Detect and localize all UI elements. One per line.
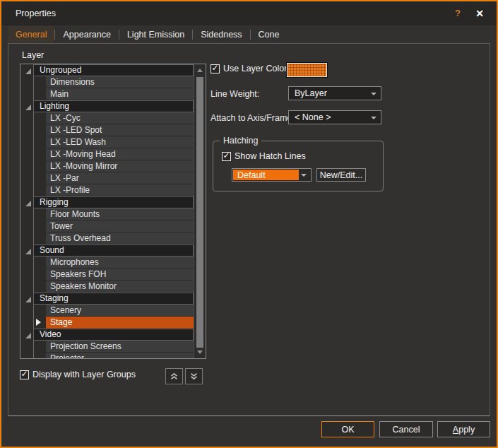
- layer-row-lx-led-spot[interactable]: LX -LED Spot: [46, 124, 194, 136]
- layer-row-scenery[interactable]: Scenery: [46, 305, 194, 317]
- layer-row-label: Speakers FOH: [50, 269, 106, 279]
- scrollbar-thumb[interactable]: [196, 77, 203, 348]
- layer-row-lx-led-wash[interactable]: LX -LED Wash: [46, 136, 194, 148]
- checkmark-icon: ✓: [20, 370, 28, 378]
- new-edit-button[interactable]: New/Edit...: [316, 168, 366, 182]
- show-hatch-lines-row: ✓ Show Hatch Lines: [222, 151, 306, 161]
- layer-row-rigging[interactable]: Rigging: [33, 196, 194, 208]
- display-with-layer-groups-checkbox[interactable]: ✓: [20, 370, 29, 379]
- tab-appearance[interactable]: Appearance: [55, 26, 118, 43]
- layer-row-tower[interactable]: Tower: [46, 220, 194, 232]
- layer-row-projection-screens[interactable]: Projection Screens: [46, 341, 194, 353]
- help-icon[interactable]: ?: [451, 7, 464, 20]
- layer-row-label: Sound: [40, 245, 64, 255]
- layer-row-label: Floor Mounts: [50, 209, 100, 219]
- tab-light-emission[interactable]: Light Emission: [119, 26, 192, 43]
- layer-row-label: Projection Screens: [50, 341, 121, 351]
- layer-row-label: Staging: [40, 293, 69, 303]
- use-layer-color-row: ✓ Use Layer Color: [211, 64, 287, 73]
- tab-strip: GeneralAppearanceLight EmissionSidedness…: [8, 26, 287, 43]
- dropdown-arrow-icon: [371, 93, 377, 95]
- current-layer-arrow-icon: [36, 319, 41, 326]
- layer-tree[interactable]: UngroupedDimensionsMainLightingLX -CycLX…: [20, 64, 206, 359]
- move-up-button[interactable]: [165, 368, 183, 384]
- scrollbar-up-button[interactable]: [194, 64, 206, 76]
- layer-row-lx-profile[interactable]: LX -Profile: [46, 184, 194, 196]
- expand-triangle-icon[interactable]: [25, 333, 31, 338]
- display-with-layer-groups-row: ✓ Display with Layer Groups: [20, 370, 136, 379]
- layer-row-label: Projector: [50, 353, 84, 358]
- layer-group-label: Layer: [22, 50, 44, 60]
- layer-row-truss-overhead[interactable]: Truss Overhead: [46, 232, 194, 244]
- expand-triangle-icon[interactable]: [25, 297, 31, 302]
- layer-tree-rows: UngroupedDimensionsMainLightingLX -CycLX…: [20, 64, 194, 358]
- line-weight-dropdown[interactable]: ByLayer: [288, 86, 381, 100]
- tree-scrollbar[interactable]: [194, 64, 206, 358]
- triangle-down-icon: [197, 350, 203, 354]
- layer-row-lx-moving-head[interactable]: LX -Moving Head: [46, 148, 194, 160]
- layer-row-label: Speakers Monitor: [50, 281, 117, 291]
- layer-row-dimensions[interactable]: Dimensions: [46, 76, 194, 88]
- properties-dialog: Properties ? ✕ GeneralAppearanceLight Em…: [0, 0, 498, 448]
- layer-row-sound[interactable]: Sound: [33, 244, 194, 257]
- apply-button[interactable]: Apply: [437, 421, 490, 437]
- hatching-group-label: Hatching: [220, 136, 261, 146]
- layer-row-ungrouped[interactable]: Ungrouped: [33, 64, 194, 76]
- layer-row-label: Lighting: [40, 101, 69, 111]
- layer-row-stage[interactable]: Stage: [46, 317, 194, 329]
- layer-row-label: LX -Profile: [50, 185, 90, 195]
- tab-cone[interactable]: Cone: [251, 26, 287, 43]
- expand-triangle-icon[interactable]: [25, 105, 31, 110]
- layer-row-lighting[interactable]: Lighting: [33, 100, 194, 112]
- show-hatch-lines-label: Show Hatch Lines: [235, 151, 306, 161]
- layer-row-label: LX -Par: [50, 173, 79, 183]
- cancel-button[interactable]: Cancel: [379, 421, 433, 437]
- move-down-button[interactable]: [185, 368, 203, 384]
- close-icon[interactable]: ✕: [473, 6, 487, 20]
- layer-row-floor-mounts[interactable]: Floor Mounts: [46, 208, 194, 220]
- layer-row-label: LX -Moving Mirror: [50, 161, 117, 171]
- title-bar[interactable]: Properties ? ✕: [1, 1, 497, 25]
- tab-sidedness[interactable]: Sidedness: [193, 26, 249, 43]
- attach-axis-frame-dropdown[interactable]: < None >: [288, 110, 381, 124]
- layer-row-staging[interactable]: Staging: [33, 293, 194, 305]
- checkmark-icon: ✓: [223, 152, 230, 160]
- layer-row-label: LX -Cyc: [50, 113, 81, 123]
- layer-row-microphones[interactable]: Microphones: [46, 257, 194, 269]
- layer-color-swatch[interactable]: [287, 63, 327, 77]
- expand-triangle-icon[interactable]: [25, 249, 31, 254]
- layer-row-label: LX -LED Spot: [50, 125, 102, 135]
- hatch-pattern-value: Default: [233, 170, 299, 180]
- layer-row-lx-cyc[interactable]: LX -Cyc: [46, 112, 194, 124]
- scrollbar-down-button[interactable]: [194, 346, 206, 358]
- layer-row-video[interactable]: Video: [33, 329, 194, 341]
- hatching-group: Hatching ✓ Show Hatch Lines Default New/…: [213, 141, 384, 191]
- layer-row-label: Stage: [50, 317, 72, 327]
- expand-triangle-icon[interactable]: [25, 69, 31, 74]
- layer-row-label: LX -Moving Head: [50, 149, 116, 159]
- line-weight-value: ByLayer: [295, 88, 327, 98]
- layer-row-main[interactable]: Main: [46, 88, 194, 100]
- layer-row-label: Scenery: [50, 305, 81, 315]
- layer-row-label: Tower: [50, 221, 73, 231]
- layer-row-label: Microphones: [50, 257, 99, 267]
- ok-button[interactable]: OK: [321, 421, 374, 437]
- layer-row-speakers-monitor[interactable]: Speakers Monitor: [46, 281, 194, 293]
- hatch-pattern-dropdown[interactable]: Default: [232, 168, 312, 182]
- attach-axis-frame-label: Attach to Axis/Frame:: [211, 113, 295, 123]
- show-hatch-lines-checkbox[interactable]: ✓: [222, 152, 231, 161]
- layer-row-label: Ungrouped: [40, 65, 81, 75]
- expand-triangle-icon[interactable]: [25, 201, 31, 206]
- display-with-layer-groups-label: Display with Layer Groups: [32, 370, 136, 379]
- layer-row-speakers-foh[interactable]: Speakers FOH: [46, 269, 194, 281]
- use-layer-color-label: Use Layer Color: [223, 64, 287, 73]
- layer-row-label: Dimensions: [50, 77, 95, 87]
- layer-row-label: Main: [50, 89, 69, 99]
- use-layer-color-checkbox[interactable]: ✓: [211, 64, 220, 73]
- layer-row-lx-par[interactable]: LX -Par: [46, 172, 194, 184]
- layer-row-projector[interactable]: Projector: [46, 353, 194, 358]
- chevron-double-down-icon: [189, 372, 198, 381]
- tab-general[interactable]: General: [8, 26, 54, 43]
- layer-row-label: Truss Overhead: [50, 233, 111, 243]
- layer-row-lx-moving-mirror[interactable]: LX -Moving Mirror: [46, 160, 194, 172]
